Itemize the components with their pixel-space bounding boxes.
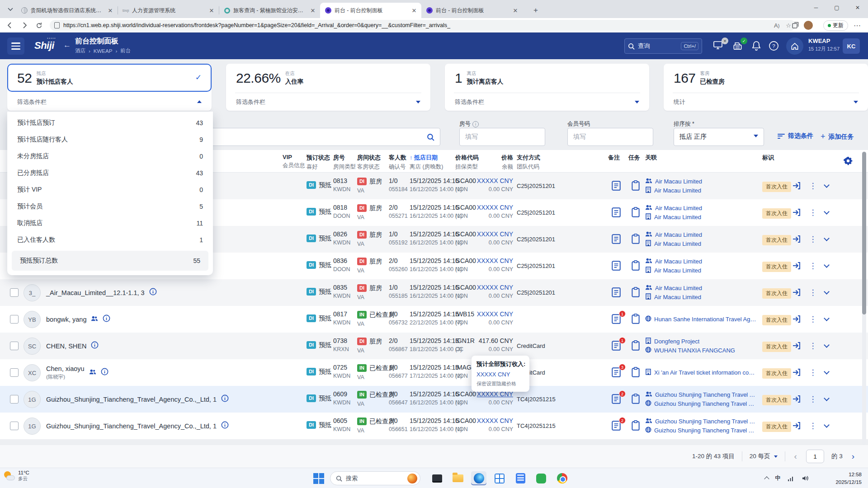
guest-name[interactable]: Chen, xiaoyu bbox=[46, 365, 85, 372]
price[interactable]: XXXXX CNY bbox=[470, 417, 513, 424]
price[interactable]: XXXXX CNY bbox=[470, 310, 513, 318]
expand-row-chevron-icon[interactable] bbox=[821, 207, 832, 218]
per-page-select[interactable]: 20 每页 bbox=[750, 452, 778, 460]
tasks-icon[interactable] bbox=[631, 287, 641, 298]
column-header[interactable]: 预订状态 喜好 bbox=[307, 154, 330, 171]
breadcrumb-property[interactable]: KWEAP bbox=[94, 48, 113, 54]
taskbar-app-terminal[interactable] bbox=[429, 471, 445, 485]
info-icon[interactable]: i bbox=[472, 121, 479, 127]
linked-profile[interactable]: Air Macau Limited bbox=[645, 240, 702, 248]
browser-tab[interactable]: Shiji 人力资源管理系统 ✕ bbox=[118, 3, 219, 18]
row-checkbox[interactable] bbox=[10, 368, 19, 377]
notes-icon[interactable] bbox=[611, 180, 622, 191]
linked-profile[interactable]: Dongfeng Project bbox=[645, 338, 735, 345]
price[interactable]: XXXXX CNY bbox=[470, 230, 513, 238]
tasks-icon[interactable] bbox=[631, 340, 641, 351]
help-icon[interactable]: ? bbox=[769, 41, 780, 52]
accompanying-guests-icon[interactable] bbox=[89, 369, 96, 377]
info-icon[interactable] bbox=[101, 368, 108, 377]
linked-profile[interactable]: Hunan Sanhe International Travel Agen... bbox=[645, 315, 757, 323]
tasks-icon[interactable] bbox=[631, 394, 641, 404]
accompanying-guests-icon[interactable] bbox=[91, 315, 98, 324]
column-header[interactable]: 客人数 确认号 bbox=[389, 154, 406, 171]
maximize-button[interactable]: ▢ bbox=[826, 0, 847, 15]
column-header[interactable]: 标识 bbox=[762, 154, 774, 162]
filter-conditions-button[interactable]: 筛选条件 bbox=[778, 132, 813, 140]
guest-name[interactable]: Guizhou_Shunjing_Tiancheng_Travel_Agency… bbox=[46, 396, 217, 403]
rewards-icon[interactable] bbox=[407, 474, 417, 483]
price[interactable]: XXXXX CNY bbox=[470, 177, 513, 184]
linked-profile[interactable]: Air Macau Limited bbox=[645, 231, 702, 239]
guest-name[interactable]: _Air_Macau_Limited__12.1-1.1, 3 bbox=[46, 289, 145, 296]
browser-tab[interactable]: 前台 - 前台控制面板 ✕ bbox=[421, 3, 523, 18]
row-menu-icon[interactable]: ⋮ bbox=[807, 394, 818, 404]
network-icon[interactable] bbox=[788, 475, 795, 482]
info-icon[interactable] bbox=[149, 288, 157, 297]
hamburger-menu-icon[interactable] bbox=[7, 38, 24, 55]
card-footer-toggle[interactable]: 筛选条件栏 bbox=[445, 93, 649, 111]
back-icon[interactable] bbox=[5, 20, 15, 31]
url-text[interactable]: https://cn1.web.ep.shiji.world/individua… bbox=[63, 22, 770, 28]
linked-profile[interactable]: Guizhou Shunjing Tiancheng Travel Age... bbox=[645, 418, 758, 425]
row-menu-icon[interactable]: ⋮ bbox=[807, 234, 818, 244]
tab-close-icon[interactable]: ✕ bbox=[410, 7, 418, 14]
taskbar-clock[interactable]: 12:58 2025/12/15 bbox=[835, 471, 862, 486]
reservation-row[interactable]: XC Chen, xiaoyu (陈晓宇) DI预抵 0725KWDN IN已检… bbox=[0, 359, 868, 386]
expand-row-chevron-icon[interactable] bbox=[821, 420, 832, 431]
dropdown-item[interactable]: 未分房抵店 0 bbox=[7, 148, 213, 164]
column-header[interactable]: 价格 余额 bbox=[474, 154, 513, 171]
taskbar-app-chrome[interactable] bbox=[554, 471, 570, 485]
dropdown-item[interactable]: 已分房抵店 43 bbox=[7, 164, 213, 181]
tab-close-icon[interactable]: ✕ bbox=[107, 7, 114, 14]
taskbar-app-edge-active[interactable] bbox=[471, 471, 486, 485]
row-menu-icon[interactable]: ⋮ bbox=[807, 340, 818, 351]
back-arrow-icon[interactable]: ← bbox=[63, 41, 71, 50]
taskbar-search-input[interactable]: 搜索 bbox=[330, 471, 420, 485]
row-checkbox[interactable] bbox=[10, 315, 19, 324]
breadcrumb-hotel[interactable]: 酒店 bbox=[75, 47, 85, 54]
volume-icon[interactable] bbox=[802, 475, 809, 482]
guest-name[interactable]: bongwk, yang bbox=[46, 316, 86, 323]
expand-row-chevron-icon[interactable] bbox=[821, 234, 832, 244]
row-checkbox[interactable] bbox=[10, 395, 19, 404]
row-menu-icon[interactable]: ⋮ bbox=[807, 367, 818, 378]
cashier-icon[interactable]: ✓ bbox=[732, 41, 744, 52]
user-avatar[interactable]: KC bbox=[843, 38, 860, 54]
row-menu-icon[interactable]: ⋮ bbox=[807, 207, 818, 218]
linked-profile[interactable]: Air Macau Limited bbox=[645, 178, 702, 185]
breadcrumb-frontdesk[interactable]: 前台 bbox=[120, 47, 131, 54]
next-page-button[interactable]: › bbox=[850, 451, 856, 461]
tasks-icon[interactable] bbox=[631, 180, 641, 191]
notes-icon[interactable]: 1 bbox=[611, 340, 622, 351]
check-in-icon[interactable] bbox=[791, 367, 802, 378]
tasks-icon[interactable] bbox=[631, 260, 641, 271]
expand-row-chevron-icon[interactable] bbox=[821, 287, 832, 298]
check-in-icon[interactable] bbox=[791, 340, 802, 351]
notes-icon[interactable]: 2 bbox=[611, 420, 622, 431]
column-header[interactable]: 支付方式 团队代码 bbox=[517, 154, 540, 171]
notes-icon[interactable] bbox=[611, 207, 622, 218]
linked-profile[interactable]: Air Macau Limited bbox=[645, 258, 702, 265]
address-bar[interactable]: https://cn1.web.ep.shiji.world/individua… bbox=[50, 20, 796, 31]
tasks-icon[interactable] bbox=[631, 420, 641, 431]
column-header[interactable]: VIP 会员信息 bbox=[283, 154, 305, 169]
row-menu-icon[interactable]: ⋮ bbox=[807, 287, 818, 298]
linked-profile[interactable]: Guizhou Shunjing Tiancheng Travel Age... bbox=[645, 400, 758, 408]
notifications-bell-icon[interactable] bbox=[751, 41, 763, 52]
new-tab-button[interactable]: + bbox=[530, 5, 542, 16]
row-menu-icon[interactable]: ⋮ bbox=[807, 420, 818, 431]
row-checkbox[interactable] bbox=[10, 288, 19, 297]
tab-close-icon[interactable]: ✕ bbox=[512, 7, 519, 14]
check-in-icon[interactable] bbox=[791, 207, 802, 218]
linked-profile[interactable]: Air Macau Limited bbox=[645, 213, 702, 221]
check-in-icon[interactable] bbox=[791, 314, 802, 324]
info-icon[interactable] bbox=[103, 314, 110, 324]
browser-update-button[interactable]: 更新 bbox=[823, 20, 848, 31]
tasks-icon[interactable] bbox=[631, 234, 641, 244]
property-info[interactable]: KWEAP 15 12月 12:57 bbox=[808, 38, 840, 52]
browser-tab[interactable]: 前台 - 前台控制面板 ✕ bbox=[320, 3, 421, 18]
check-in-icon[interactable] bbox=[791, 234, 802, 244]
expand-row-chevron-icon[interactable] bbox=[821, 180, 832, 191]
check-in-icon[interactable] bbox=[791, 287, 802, 298]
notes-icon[interactable] bbox=[611, 260, 622, 271]
